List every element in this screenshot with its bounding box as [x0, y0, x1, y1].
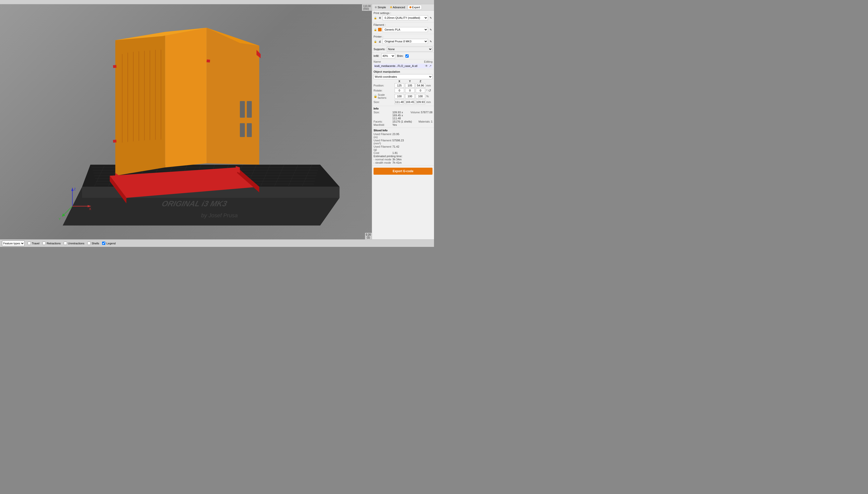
rot-x-input[interactable]	[395, 88, 404, 93]
brim-checkbox[interactable]	[405, 54, 409, 58]
scale-z-input[interactable]	[416, 94, 425, 98]
printer-icon: 🖨	[378, 40, 382, 43]
filament-lock-icon: 🔒	[374, 28, 377, 31]
info-facets-val: 15176 (1 shells)	[392, 120, 417, 123]
size-row: Size: mm	[374, 100, 433, 104]
zoom-bottom-value: 0.20	[366, 233, 371, 236]
retractions-item[interactable]: Retractions	[42, 242, 61, 245]
svg-rect-50	[247, 123, 252, 137]
scale-x-input[interactable]	[395, 94, 404, 98]
travel-checkbox[interactable]	[28, 242, 31, 245]
advanced-dot	[390, 6, 392, 8]
tab-advanced-label: Advanced	[393, 6, 405, 9]
legend-item[interactable]: Legend	[102, 242, 116, 245]
scale-lock-icon[interactable]: 🔒	[374, 94, 377, 98]
scale-y-input[interactable]	[405, 94, 415, 98]
info-manifold-val: Yes	[392, 123, 433, 126]
pos-x-input[interactable]	[395, 83, 404, 88]
legend-checkbox[interactable]	[102, 242, 105, 245]
view-types-select[interactable]: Feature types	[2, 241, 24, 246]
print-time-label: Estimated printing time:	[374, 155, 402, 158]
infill-select[interactable]: 40%	[381, 53, 395, 58]
size-y-input[interactable]	[405, 100, 415, 104]
size-x-input[interactable]	[395, 100, 404, 104]
rot-y-input[interactable]	[405, 88, 415, 93]
printer-edit-icon[interactable]: ✎	[429, 40, 433, 43]
x-header: X	[395, 80, 404, 83]
svg-rect-47	[240, 101, 245, 117]
stealth-mode-row: - stealth mode 7h 41m	[374, 161, 433, 164]
filament-section: Filament : 🔒 Generic PLA ✎	[372, 22, 434, 34]
shells-item[interactable]: Shells	[87, 242, 99, 245]
scale-label: Scale factors:	[378, 93, 394, 99]
tab-advanced[interactable]: Advanced	[388, 5, 406, 9]
print-settings-row: 🔒 ⚙ 0.20mm QUALITY (modified) ✎	[374, 15, 433, 20]
sliced-section: Sliced Info Used Filament (m) 23.95 Used…	[372, 128, 434, 166]
zoom-panel: 0.20 (1)	[365, 233, 372, 239]
supports-select[interactable]: None	[387, 46, 433, 52]
shells-label: Shells	[92, 242, 99, 245]
shells-checkbox[interactable]	[87, 242, 91, 245]
stealth-mode-key: - stealth mode	[374, 161, 392, 164]
tab-expert[interactable]: Expert	[408, 5, 422, 10]
supports-label: Supports:	[374, 48, 385, 51]
printer-lock-icon: 🔒	[374, 40, 377, 43]
info-title: Info	[374, 107, 433, 110]
viewport[interactable]: 110.00 (550)	[0, 4, 372, 239]
infill-label: Infill:	[374, 54, 379, 57]
pos-z-input[interactable]	[416, 83, 425, 88]
infill-brim-row: Infill: 40% Brim:	[372, 53, 434, 59]
pos-y-input[interactable]	[405, 83, 415, 88]
rot-unit: °	[426, 89, 427, 92]
unretractions-checkbox[interactable]	[64, 242, 67, 245]
3d-model-svg: ORIGINAL i3 MK3 by Josef Prusa	[0, 4, 372, 239]
print-settings-label: Print settings :	[374, 12, 433, 15]
print-settings-section: Print settings : 🔒 ⚙ 0.20mm QUALITY (mod…	[372, 11, 434, 22]
info-size-key: Size:	[374, 111, 392, 120]
object-eye-icon[interactable]: 👁	[425, 64, 428, 68]
settings-edit-icon[interactable]: ✎	[429, 16, 433, 20]
object-row[interactable]: kodi_mediacente...FLO_case_A.stl 👁 ↗	[374, 64, 433, 68]
object-edit-icon[interactable]: ↗	[429, 64, 432, 68]
info-materials-key: Materials:	[418, 120, 431, 123]
main-area: 110.00 (550)	[0, 4, 434, 239]
simple-dot	[375, 6, 377, 8]
filament-g-row: Used Filament (g) 71.42	[374, 145, 433, 151]
svg-text:Y: Y	[58, 217, 61, 221]
info-facets-key: Facets:	[374, 120, 392, 123]
scale-row: 🔒 Scale factors: %	[374, 93, 433, 99]
filament-select[interactable]: Generic PLA	[383, 27, 428, 32]
svg-marker-32	[165, 28, 207, 167]
retractions-checkbox[interactable]	[42, 242, 46, 245]
filament-row: 🔒 Generic PLA ✎	[374, 27, 433, 32]
filament-g-val: 71.42	[392, 145, 433, 151]
printer-section: Printer : 🔒 🖨 Original Prusa i3 MK3 ✎	[372, 34, 434, 46]
printer-label: Printer :	[374, 35, 433, 38]
coord-system-select[interactable]: World coordinates	[374, 74, 433, 79]
sliced-title: Sliced Info	[374, 129, 433, 132]
unretractions-item[interactable]: Unretractions	[64, 242, 84, 245]
rot-z-input[interactable]	[416, 88, 425, 93]
filament-edit-icon[interactable]: ✎	[429, 28, 433, 31]
supports-row: Supports: None	[372, 46, 434, 53]
object-filename: kodi_mediacente...FLO_case_A.stl	[375, 64, 424, 68]
pos-unit: mm	[426, 84, 431, 87]
cost-row: Cost 1.81	[374, 151, 433, 154]
expert-dot	[410, 6, 412, 8]
printer-select[interactable]: Original Prusa i3 MK3	[383, 39, 428, 44]
size-z-input[interactable]	[416, 100, 425, 104]
print-time-label-row: Estimated printing time:	[374, 155, 433, 158]
filament-mm3-key: Used Filament (mm³)	[374, 139, 392, 145]
tab-simple[interactable]: Simple	[373, 5, 387, 9]
info-size-row: Size: 109.93 x 169.45 x 111.48 Volume: 5…	[374, 111, 433, 120]
mode-tabs: Simple Advanced Expert	[372, 4, 434, 11]
print-preset-select[interactable]: 0.20mm QUALITY (modified)	[383, 15, 428, 20]
rotate-reset-icon[interactable]: ↺	[428, 89, 431, 93]
retractions-label: Retractions	[47, 242, 61, 245]
export-gcode-button[interactable]: Export G-code	[374, 168, 433, 175]
travel-item[interactable]: Travel	[28, 242, 39, 245]
xyz-headers: X Y Z	[374, 80, 433, 83]
filament-m-val: 23.95	[392, 133, 433, 139]
z-header: Z	[416, 80, 425, 83]
tab-simple-label: Simple	[378, 6, 386, 9]
